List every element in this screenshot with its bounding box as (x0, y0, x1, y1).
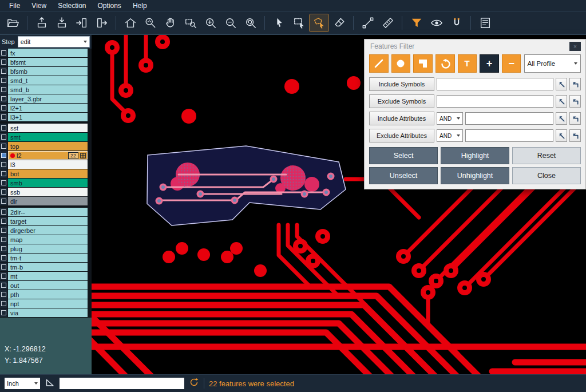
layer-row[interactable]: 2dir-- (0, 208, 88, 216)
line-type-button[interactable] (369, 54, 389, 73)
layer-visibility-checkbox[interactable] (1, 180, 6, 185)
zoom-previous-button[interactable] (241, 14, 260, 31)
layer-visibility-checkbox[interactable] (1, 60, 6, 65)
layer-row-body[interactable]: sst (8, 124, 88, 132)
include-attributes-button[interactable]: Include Attributes (369, 112, 434, 125)
layer-row[interactable]: pth (0, 290, 88, 299)
pick-from-graphics-button[interactable] (556, 78, 567, 90)
layer-row-body[interactable]: via (8, 308, 88, 317)
menu-selection[interactable]: Selection (52, 1, 92, 11)
box-arrow-up-button[interactable] (32, 14, 51, 31)
pad-type-button[interactable] (391, 54, 411, 73)
layer-row-body[interactable]: layer_3.gbr (8, 94, 88, 103)
arc-type-button[interactable] (435, 54, 455, 73)
units-dropdown[interactable]: Inch (5, 378, 40, 389)
pick-list-button[interactable] (569, 78, 581, 90)
dialog-title-bar[interactable]: Features Filter × (365, 39, 585, 53)
layer-visibility-checkbox[interactable] (1, 237, 6, 242)
layer-row[interactable]: target (0, 217, 88, 225)
layer-visibility-checkbox[interactable] (1, 105, 6, 110)
layer-visibility-checkbox[interactable] (1, 87, 6, 92)
layer-row-body[interactable]: smd_t (8, 76, 88, 85)
step-dropdown[interactable]: edit (18, 36, 90, 47)
layer-visibility-checkbox[interactable] (1, 125, 6, 130)
select-button[interactable]: Select (369, 147, 438, 164)
layer-row[interactable]: ssb (0, 188, 88, 196)
view-options-button[interactable] (427, 14, 446, 31)
layer-visibility-checkbox[interactable] (1, 301, 6, 306)
layer-row-body[interactable]: smt (8, 133, 88, 141)
command-input[interactable] (60, 378, 184, 389)
pick-list-button[interactable] (569, 112, 581, 125)
layer-row-body[interactable]: smd_b (8, 85, 88, 94)
pick-from-graphics-button[interactable] (556, 129, 567, 142)
layer-row-body[interactable]: bfsmb (8, 67, 88, 76)
layer-visibility-checkbox[interactable] (1, 162, 6, 167)
pick-list-button[interactable] (569, 129, 581, 142)
add-filter-button[interactable]: + (480, 54, 499, 73)
zoom-area-button[interactable] (181, 14, 200, 31)
angle-tool-button[interactable] (45, 377, 55, 390)
layer-visibility-checkbox[interactable] (1, 69, 6, 74)
include-symbols-input[interactable] (437, 78, 553, 90)
menu-file[interactable]: File (3, 1, 26, 11)
layer-row[interactable]: l3+1 (0, 113, 88, 121)
layer-row[interactable]: mt (0, 272, 88, 280)
include-attributes-operator-dropdown[interactable]: AND (437, 112, 463, 125)
layer-row-body[interactable]: bot (8, 169, 88, 178)
surface-type-button[interactable] (413, 54, 433, 73)
reset-button[interactable]: Reset (512, 147, 581, 164)
layer-row[interactable]: map (0, 235, 88, 244)
refresh-button[interactable] (189, 377, 199, 390)
layer-row[interactable]: l3 (0, 160, 88, 169)
layer-visibility-checkbox[interactable] (1, 292, 6, 297)
pick-from-graphics-button[interactable] (556, 95, 567, 108)
layer-visibility-checkbox[interactable] (1, 246, 6, 251)
menu-help[interactable]: Help (127, 1, 153, 11)
layer-row-body[interactable]: target (8, 217, 88, 225)
exclude-symbols-button[interactable]: Exclude Symbols (369, 94, 434, 108)
menu-view[interactable]: View (26, 1, 52, 11)
layer-row[interactable]: via (0, 308, 88, 317)
layer-row[interactable]: smt (0, 133, 88, 141)
export-button[interactable] (92, 14, 111, 31)
unselect-button[interactable]: Unselect (369, 167, 438, 184)
layer-visibility-checkbox[interactable] (1, 153, 6, 158)
layer-row-body[interactable]: pth (8, 290, 88, 299)
layer-row-body[interactable]: l2+1 (8, 104, 88, 112)
unhighlight-button[interactable]: Unhighlight (441, 167, 509, 184)
layer-row-body[interactable]: map (8, 235, 88, 244)
layer-row[interactable]: smb (0, 179, 88, 187)
zoom-select-button[interactable] (141, 14, 160, 31)
layer-row-body[interactable]: dir (8, 197, 88, 205)
rect-select-button[interactable] (290, 14, 308, 31)
pan-button[interactable] (161, 14, 180, 31)
layer-visibility-checkbox[interactable] (1, 134, 6, 140)
layer-row[interactable]: bfsmt (0, 58, 88, 66)
layer-row[interactable]: smd_t (0, 76, 88, 85)
box-arrow-down-button[interactable] (52, 14, 71, 31)
layer-row[interactable]: dirgerber (0, 226, 88, 235)
layer-visibility-checkbox[interactable] (1, 219, 6, 224)
layer-row[interactable]: bfsmb (0, 67, 88, 76)
layer-row[interactable]: smd_b (0, 85, 88, 94)
layer-row-body[interactable]: bfsmt (8, 58, 88, 66)
zoom-in-button[interactable] (201, 14, 220, 31)
exclude-symbols-input[interactable] (437, 95, 553, 108)
pick-list-button[interactable] (569, 95, 581, 108)
layer-visibility-checkbox[interactable] (1, 209, 6, 215)
layer-row[interactable]: out (0, 281, 88, 290)
open-button[interactable] (3, 14, 22, 31)
remove-filter-button[interactable]: − (502, 54, 521, 73)
layer-visibility-checkbox[interactable] (1, 274, 6, 279)
polygon-select-button[interactable] (310, 14, 328, 31)
layer-row-body[interactable]: npt (8, 299, 88, 308)
text-type-button[interactable]: T (458, 54, 477, 73)
layer-row[interactable]: top (0, 142, 88, 151)
layer-row-body[interactable]: smb (8, 179, 88, 187)
layer-row-body[interactable]: top (8, 142, 88, 151)
layer-visibility-checkbox[interactable] (1, 283, 6, 288)
layer-row[interactable]: l2 22 (0, 151, 88, 160)
layer-row-body[interactable]: out (8, 281, 88, 290)
layer-row[interactable]: layer_3.gbr (0, 94, 88, 103)
